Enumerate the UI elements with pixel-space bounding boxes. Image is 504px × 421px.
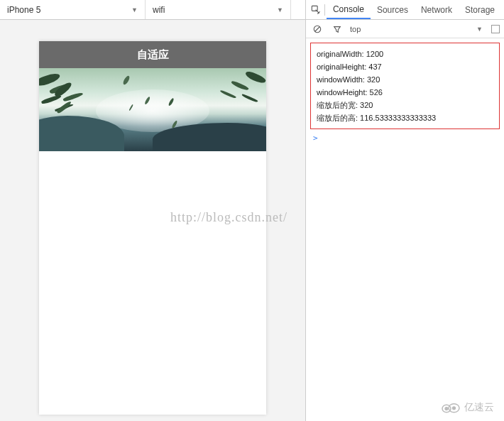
tab-network[interactable]: Network — [415, 0, 459, 19]
context-select[interactable]: top — [350, 25, 471, 33]
chevron-down-icon: ▼ — [131, 6, 138, 13]
filter-icon[interactable] — [330, 22, 344, 36]
banner-image — [39, 68, 266, 151]
chevron-down-icon: ▼ — [476, 26, 483, 33]
device-select-value: iPhone 5 — [7, 5, 40, 15]
phone-frame: 自适应 — [39, 41, 266, 415]
devtools-panel: Console Sources Network Storage top ▼ or… — [305, 0, 504, 421]
console-line: windowWidth: 320 — [317, 73, 493, 86]
console-line: originalHeight: 437 — [317, 60, 493, 73]
network-select[interactable]: wifi ▼ — [146, 0, 291, 19]
preserve-log-checkbox[interactable] — [491, 25, 500, 33]
console-filter-bar: top ▼ — [306, 20, 504, 38]
chevron-down-icon: ▼ — [277, 6, 283, 13]
tab-console[interactable]: Console — [327, 0, 371, 19]
console-line: originalWidth: 1200 — [317, 48, 493, 60]
devtools-tabs: Console Sources Network Storage — [306, 0, 504, 20]
device-viewport-area: 自适应 — [0, 20, 305, 421]
console-line: 缩放后的高: 116.53333333333333 — [317, 111, 493, 124]
tab-sources[interactable]: Sources — [371, 0, 415, 19]
inspect-icon[interactable] — [309, 3, 323, 17]
console-prompt[interactable]: > — [306, 133, 504, 143]
network-select-value: wifi — [153, 5, 165, 15]
console-output: originalWidth: 1200 originalHeight: 437 … — [310, 43, 500, 129]
clear-console-icon[interactable] — [310, 22, 324, 36]
console-line: windowHeight: 526 — [317, 86, 493, 99]
page-title: 自适应 — [137, 48, 169, 62]
console-line: 缩放后的宽: 320 — [317, 99, 493, 111]
tab-storage[interactable]: Storage — [459, 0, 501, 19]
page-title-bar: 自适应 — [39, 41, 266, 68]
device-select[interactable]: iPhone 5 ▼ — [0, 0, 146, 19]
